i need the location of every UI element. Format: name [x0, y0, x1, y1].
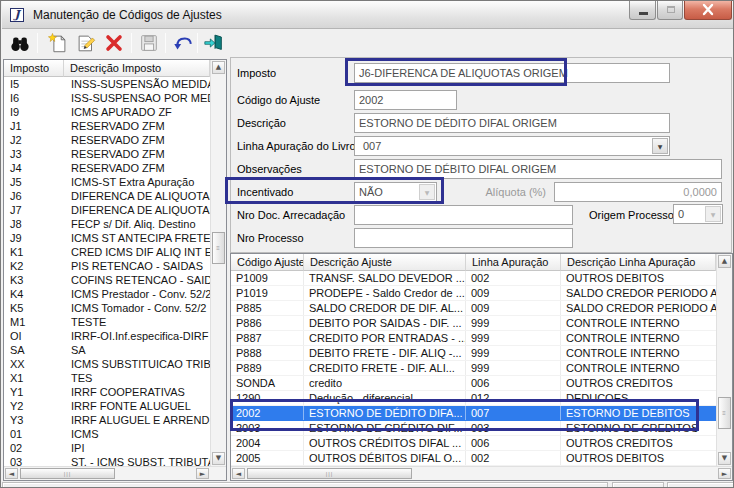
column-header-imposto[interactable]: Imposto — [4, 60, 64, 77]
list-item[interactable]: M1TESTE — [4, 315, 210, 329]
list-item[interactable]: I6ISS-SUSPENSAO POR MED. J — [4, 91, 210, 105]
chevron-down-icon[interactable]: ▼ — [419, 184, 435, 200]
scroll-right-icon[interactable]: ► — [718, 468, 731, 479]
find-binoculars-icon — [9, 32, 31, 54]
observacoes-label: Observações — [237, 159, 302, 179]
table-hscrollbar[interactable]: ◄ ||| ► — [231, 466, 732, 480]
table-row[interactable]: P886DEBITO POR SAIDAS - DIF. ...999CONTR… — [231, 316, 716, 331]
table-row[interactable]: 2004OUTROS CRÉDITOS DIFAL ...006OUTROS C… — [231, 436, 716, 451]
table-row[interactable]: P887CREDITO POR ENTRADAS - ...999CONTROL… — [231, 331, 716, 346]
list-item[interactable]: K1CRED ICMS DIF ALIQ INT E I — [4, 245, 210, 259]
codigo-ajuste-field[interactable]: 2002 — [354, 90, 457, 110]
scroll-thumb[interactable]: ||| — [20, 468, 115, 479]
imposto-field[interactable]: J6-DIFERENCA DE ALIQUOTAS ORIGEM — [354, 63, 670, 83]
table-row[interactable]: SONDAcredito006OUTROS CREDITOS — [231, 376, 716, 391]
column-header-codigo-ajuste[interactable]: Código Ajuste — [231, 254, 304, 271]
scroll-left-icon[interactable]: ◄ — [5, 468, 18, 479]
list-item[interactable]: 03ST. - ICMS SUBST. TRIBUTAR — [4, 455, 210, 466]
edit-record-icon — [75, 32, 97, 54]
column-header-descricao-imposto[interactable]: Descrição Imposto — [64, 60, 210, 77]
list-item[interactable]: J2RESERVADO ZFM — [4, 133, 210, 147]
delete-button[interactable] — [102, 31, 126, 55]
list-item[interactable]: J9ICMS ST ANTECIPA FRETE — [4, 231, 210, 245]
list-item[interactable]: J4RESERVADO ZFM — [4, 161, 210, 175]
toolbar-separator — [165, 33, 166, 53]
list-item[interactable]: 02IPI — [4, 441, 210, 455]
table-vscrollbar[interactable]: ▲ ≡ ▼ — [716, 254, 732, 466]
maximize-icon — [667, 6, 675, 13]
table-row[interactable]: P889CREDITO FRETE - DIF. ALI...999CONTRO… — [231, 361, 716, 376]
list-item[interactable]: J1RESERVADO ZFM — [4, 119, 210, 133]
scroll-left-icon[interactable]: ◄ — [232, 468, 245, 479]
aliquota-field[interactable]: 0,0000 — [554, 182, 722, 202]
origem-processo-label: Origem Processo — [589, 205, 674, 225]
scroll-up-icon[interactable]: ▲ — [212, 61, 225, 74]
chevron-down-icon[interactable]: ▼ — [652, 138, 668, 154]
list-item[interactable]: Y1IRRF COOPERATIVAS — [4, 385, 210, 399]
table-row-selected[interactable]: 2002ESTORNO DE DÉDITO DIFA...007ESTORNO … — [231, 406, 716, 421]
chevron-down-icon[interactable]: ▼ — [705, 206, 721, 222]
table-row[interactable]: 2003ESTORNO DE CRÉDITO DIF...003ESTORNO … — [231, 421, 716, 436]
list-item[interactable]: OIIRRF-OI.Inf.especifica-DIRF — [4, 329, 210, 343]
scroll-thumb[interactable]: ≡ — [212, 232, 225, 264]
scroll-right-icon[interactable]: ► — [196, 468, 209, 479]
tax-list-vscrollbar[interactable]: ▲ ≡ ▼ — [210, 60, 226, 466]
table-row[interactable]: P1019PRODEPE - Saldo Credor de ...009SAL… — [231, 286, 716, 301]
table-row[interactable]: 2005OUTROS DÉBITOS DIFAL O...002OUTROS D… — [231, 451, 716, 466]
list-item[interactable]: K3COFINS RETENCAO - SAIDA — [4, 273, 210, 287]
linha-apuracao-livro-combo[interactable]: 007▼ — [354, 136, 670, 156]
list-item[interactable]: J3RESERVADO ZFM — [4, 147, 210, 161]
close-button[interactable] — [684, 1, 732, 20]
exit-button[interactable] — [202, 31, 226, 55]
column-header-descricao-linha-apuracao[interactable]: Descrição Linha Apuração — [561, 254, 716, 271]
nro-doc-arrecadacao-field[interactable] — [354, 205, 573, 225]
minimize-button[interactable] — [629, 1, 656, 20]
new-button[interactable] — [46, 31, 70, 55]
list-item[interactable]: 01ICMS — [4, 427, 210, 441]
origem-processo-combo[interactable]: 0▼ — [673, 204, 723, 224]
list-item[interactable]: J7DIFERENCA DE ALIQUOTAS — [4, 203, 210, 217]
scroll-down-icon[interactable]: ▼ — [212, 452, 225, 465]
list-item[interactable]: XXICMS SUBSTITUICAO TRIBUT — [4, 357, 210, 371]
undo-button[interactable] — [171, 31, 195, 55]
incentivado-combo[interactable]: NÃO▼ — [354, 182, 437, 202]
tax-list-hscrollbar[interactable]: ◄ ||| ► — [4, 466, 226, 480]
nro-processo-field[interactable] — [354, 228, 573, 248]
list-item[interactable]: Y3IRRF ALUGUEL E ARREND. E — [4, 413, 210, 427]
descricao-field[interactable]: ESTORNO DE DÉDITO DIFAL ORIGEM — [354, 113, 670, 133]
observacoes-field[interactable]: ESTORNO DE DÉBITO DIFAL ORIGEM — [354, 159, 722, 179]
column-header-linha-apuracao[interactable]: Linha Apuração — [466, 254, 561, 271]
list-item[interactable]: K4ICMS Prestador - Conv. 52/2 — [4, 287, 210, 301]
scroll-down-icon[interactable]: ▼ — [718, 452, 731, 465]
undo-arrow-icon — [172, 32, 194, 54]
title-bar: J Manutenção de Códigos de Ajustes — [2, 1, 734, 29]
scroll-up-icon[interactable]: ▲ — [718, 255, 731, 268]
save-button[interactable] — [137, 31, 161, 55]
adjustments-table-header: Código Ajuste Descrição Ajuste Linha Apu… — [231, 254, 716, 271]
exit-door-icon — [203, 32, 225, 54]
find-button[interactable] — [8, 31, 32, 55]
scroll-thumb[interactable]: ||| — [247, 468, 412, 479]
toolbar-separator — [197, 33, 198, 53]
list-item[interactable]: J5ICMS-ST Extra Apuração — [4, 175, 210, 189]
list-item[interactable]: K5ICMS Tomador - Conv. 52/2 — [4, 301, 210, 315]
table-row[interactable]: P1009TRANSF. SALDO DEVEDOR ...002OUTROS … — [231, 271, 716, 286]
table-row[interactable]: 1290Dedução - diferencial012DEDUCOES — [231, 391, 716, 406]
list-item[interactable]: I9ICMS APURADO ZF — [4, 105, 210, 119]
list-item[interactable]: J6DIFERENCA DE ALIQUOTAS — [4, 189, 210, 203]
list-item[interactable]: SASA — [4, 343, 210, 357]
scroll-thumb[interactable]: ≡ — [718, 397, 731, 429]
table-row[interactable]: P885SALDO CREDOR DE DIF. AL...009SALDO C… — [231, 301, 716, 316]
list-item[interactable]: J8FECP s/ Dif. Aliq. Destino — [4, 217, 210, 231]
list-item[interactable]: X1TES — [4, 371, 210, 385]
list-item[interactable]: Y2IRRF FONTE ALUGUEL — [4, 399, 210, 413]
table-row[interactable]: P888DEBITO FRETE - DIF. ALIQ -...999CONT… — [231, 346, 716, 361]
edit-button[interactable] — [74, 31, 98, 55]
nro-doc-arrecadacao-label: Nro Doc. Arrecadação — [237, 205, 345, 225]
column-header-descricao-ajuste[interactable]: Descrição Ajuste — [304, 254, 466, 271]
list-item[interactable]: I5INSS-SUSPENSÃO MEDIDA JU — [4, 77, 210, 91]
window-title: Manutenção de Códigos de Ajustes — [33, 8, 222, 22]
app-window: J Manutenção de Códigos de Ajustes — [0, 0, 734, 488]
maximize-button[interactable] — [657, 1, 683, 20]
list-item[interactable]: K2PIS RETENCAO - SAIDAS — [4, 259, 210, 273]
